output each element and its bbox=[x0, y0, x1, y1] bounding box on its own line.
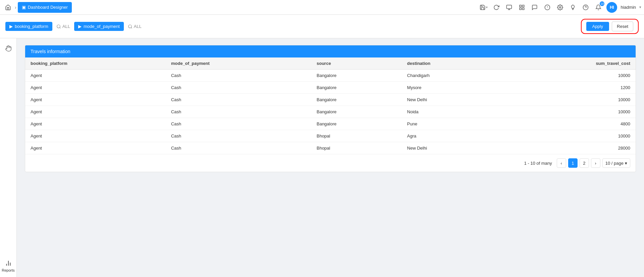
svg-line-17 bbox=[131, 27, 132, 28]
filter2-icon: ▶ bbox=[78, 24, 82, 29]
cell-sum-travel-cost: 10000 bbox=[502, 106, 636, 118]
reports-sidebar-item[interactable]: Reports bbox=[2, 260, 15, 272]
bulb-icon[interactable] bbox=[568, 3, 578, 12]
cell-sum-travel-cost: 10000 bbox=[502, 70, 636, 82]
reset-button[interactable]: Reset bbox=[612, 22, 633, 31]
travels-table: booking_platform mode_of_payment source … bbox=[25, 57, 636, 154]
filter-bar: ▶ booking_platform ALL ▶ mode_of_payment… bbox=[0, 15, 644, 38]
cell-source: Bhopal bbox=[311, 130, 402, 142]
page-1-button[interactable]: 1 bbox=[568, 158, 578, 168]
table-row: Agent Cash Bangalore Pune 4800 bbox=[25, 118, 636, 130]
cell-booking-platform: Agent bbox=[25, 94, 166, 106]
save-icon[interactable]: ▾ bbox=[479, 3, 488, 12]
svg-point-10 bbox=[559, 6, 561, 8]
table-row: Agent Cash Bangalore New Delhi 10000 bbox=[25, 94, 636, 106]
svg-point-14 bbox=[57, 25, 60, 28]
grid-icon[interactable] bbox=[517, 3, 527, 12]
main-content: Reports Travels information booking_plat… bbox=[0, 38, 644, 277]
cell-sum-travel-cost: 4800 bbox=[502, 118, 636, 130]
table-row: Agent Cash Bangalore Noida 10000 bbox=[25, 106, 636, 118]
cell-booking-platform: Agent bbox=[25, 142, 166, 154]
apply-button[interactable]: Apply bbox=[586, 22, 609, 31]
user-avatar[interactable]: HI bbox=[606, 2, 617, 13]
col-header-destination: destination bbox=[402, 57, 502, 70]
home-button[interactable] bbox=[3, 2, 13, 13]
svg-rect-5 bbox=[520, 8, 522, 9]
pagination: 1 - 10 of many ‹ 1 2 › 10 / page ▾ bbox=[25, 154, 636, 172]
booking-platform-filter[interactable]: ▶ booking_platform bbox=[5, 22, 52, 31]
top-nav-bar: › ▣ Dashboard Designer ▾ bbox=[0, 0, 644, 15]
cell-mode-of-payment: Cash bbox=[166, 106, 311, 118]
table-row: Agent Cash Bhopal New Delhi 28000 bbox=[25, 142, 636, 154]
table-area: Travels information booking_platform mod… bbox=[17, 38, 644, 277]
page-info: 1 - 10 of many bbox=[524, 161, 552, 166]
cell-booking-platform: Agent bbox=[25, 106, 166, 118]
speech-icon[interactable] bbox=[543, 3, 552, 12]
table-scroll-wrapper[interactable]: booking_platform mode_of_payment source … bbox=[25, 57, 636, 154]
col-header-mode-of-payment: mode_of_payment bbox=[166, 57, 311, 70]
nav-icon-group: ▾ bbox=[479, 2, 641, 13]
prev-page-button[interactable]: ‹ bbox=[557, 158, 566, 168]
next-page-button[interactable]: › bbox=[591, 158, 600, 168]
cell-mode-of-payment: Cash bbox=[166, 70, 311, 82]
cell-destination: New Delhi bbox=[402, 142, 502, 154]
cell-source: Bangalore bbox=[311, 118, 402, 130]
notification-badge: 10 bbox=[600, 1, 604, 6]
table-row: Agent Cash Bangalore Chandigarh 10000 bbox=[25, 70, 636, 82]
cell-booking-platform: Agent bbox=[25, 118, 166, 130]
page-size-chevron: ▾ bbox=[625, 161, 627, 166]
cell-sum-travel-cost: 10000 bbox=[502, 94, 636, 106]
col-header-booking-platform: booking_platform bbox=[25, 57, 166, 70]
table-title: Travels information bbox=[25, 45, 636, 57]
cell-sum-travel-cost: 28000 bbox=[502, 142, 636, 154]
apply-reset-container: Apply Reset bbox=[581, 19, 639, 34]
filter1-search-label: ALL bbox=[62, 24, 70, 29]
filter1-label: booking_platform bbox=[15, 24, 48, 29]
page-2-button[interactable]: 2 bbox=[580, 158, 589, 168]
username-label[interactable]: hiadmin bbox=[621, 5, 636, 10]
svg-point-16 bbox=[128, 25, 131, 28]
cell-mode-of-payment: Cash bbox=[166, 82, 311, 94]
dashboard-designer-tab[interactable]: ▣ Dashboard Designer bbox=[18, 2, 72, 13]
settings-icon[interactable] bbox=[555, 3, 565, 12]
cell-mode-of-payment: Cash bbox=[166, 142, 311, 154]
notifications-icon[interactable]: 10 bbox=[594, 3, 603, 12]
refresh-icon[interactable] bbox=[492, 3, 501, 12]
cell-booking-platform: Agent bbox=[25, 70, 166, 82]
help-icon[interactable] bbox=[581, 3, 590, 12]
filter1-search[interactable]: ALL bbox=[56, 24, 70, 29]
cell-mode-of-payment: Cash bbox=[166, 130, 311, 142]
comment-icon[interactable] bbox=[530, 3, 539, 12]
hand-tool-icon[interactable] bbox=[2, 42, 14, 54]
cell-destination: Mysore bbox=[402, 82, 502, 94]
svg-rect-6 bbox=[523, 8, 524, 9]
cell-sum-travel-cost: 10000 bbox=[502, 130, 636, 142]
cell-destination: New Delhi bbox=[402, 94, 502, 106]
preview-icon[interactable] bbox=[504, 3, 514, 12]
svg-rect-3 bbox=[520, 5, 522, 7]
reports-label: Reports bbox=[2, 268, 15, 272]
svg-rect-4 bbox=[523, 5, 524, 7]
col-header-sum-travel-cost: sum_travel_cost bbox=[502, 57, 636, 70]
cell-destination: Agra bbox=[402, 130, 502, 142]
cell-source: Bangalore bbox=[311, 70, 402, 82]
filter2-search[interactable]: ALL bbox=[128, 24, 142, 29]
table-row: Agent Cash Bangalore Mysore 1200 bbox=[25, 82, 636, 94]
svg-line-15 bbox=[59, 27, 60, 28]
filter1-icon: ▶ bbox=[9, 24, 13, 29]
cell-source: Bangalore bbox=[311, 106, 402, 118]
page-size-selector[interactable]: 10 / page ▾ bbox=[602, 158, 630, 168]
cell-booking-platform: Agent bbox=[25, 82, 166, 94]
cell-mode-of-payment: Cash bbox=[166, 94, 311, 106]
filter2-label: mode_of_payment bbox=[84, 24, 120, 29]
mode-of-payment-filter[interactable]: ▶ mode_of_payment bbox=[74, 22, 124, 31]
left-sidebar: Reports bbox=[0, 38, 17, 277]
tab-icon: ▣ bbox=[22, 5, 26, 10]
cell-source: Bangalore bbox=[311, 82, 402, 94]
cell-booking-platform: Agent bbox=[25, 130, 166, 142]
page-size-label: 10 / page bbox=[605, 161, 624, 166]
cell-destination: Pune bbox=[402, 118, 502, 130]
cell-destination: Noida bbox=[402, 106, 502, 118]
cell-source: Bangalore bbox=[311, 94, 402, 106]
cell-sum-travel-cost: 1200 bbox=[502, 82, 636, 94]
